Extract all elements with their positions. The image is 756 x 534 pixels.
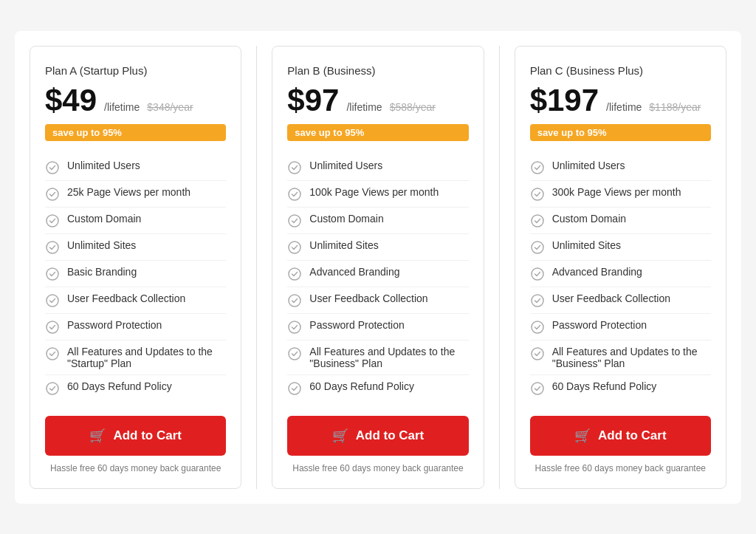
plan-divider [256, 46, 257, 489]
feature-item: All Features and Updates to the "Busines… [530, 340, 711, 375]
check-icon [287, 213, 302, 228]
feature-text: 100k Page Views per month [309, 186, 439, 198]
svg-point-17 [289, 383, 300, 394]
svg-point-1 [47, 188, 58, 200]
feature-item: Custom Domain [45, 208, 226, 234]
check-icon [530, 320, 545, 335]
features-list: Unlimited Users100k Page Views per month… [287, 154, 468, 401]
feature-text: All Features and Updates to the "Startup… [67, 346, 226, 369]
svg-point-18 [532, 162, 543, 174]
price-original: $588/year [390, 101, 436, 113]
price-row: $97/lifetime$588/year [287, 83, 468, 118]
price-lifetime: /lifetime [346, 101, 382, 113]
feature-text: All Features and Updates to the "Busines… [552, 346, 711, 369]
save-badge: save up to 95% [530, 124, 711, 141]
check-icon [45, 267, 60, 281]
svg-point-9 [289, 162, 300, 174]
feature-item: Custom Domain [530, 208, 711, 234]
feature-text: Custom Domain [552, 213, 626, 225]
feature-item: 25k Page Views per month [45, 181, 226, 208]
svg-point-5 [47, 295, 58, 307]
svg-point-10 [289, 188, 300, 200]
price-original: $348/year [147, 101, 193, 113]
check-icon [45, 160, 60, 175]
feature-text: User Feedback Collection [67, 292, 185, 304]
guarantee-text: Hassle free 60 days money back guarantee [530, 463, 711, 473]
feature-text: Unlimited Sites [309, 239, 378, 251]
svg-point-2 [47, 215, 58, 227]
feature-item: Unlimited Sites [530, 234, 711, 261]
price-main: $97 [287, 83, 339, 118]
svg-point-8 [47, 383, 58, 394]
check-icon [530, 240, 545, 255]
check-icon [530, 381, 545, 396]
plan-name: Plan A (Startup Plus) [45, 64, 226, 77]
feature-text: 60 Days Refund Policy [552, 380, 657, 392]
features-list: Unlimited Users25k Page Views per monthC… [45, 154, 226, 401]
add-to-cart-button[interactable]: 🛒Add to Cart [530, 416, 711, 456]
svg-point-20 [532, 215, 543, 227]
plan-name: Plan B (Business) [287, 64, 468, 77]
add-to-cart-button[interactable]: 🛒Add to Cart [45, 416, 226, 456]
svg-point-15 [289, 321, 300, 333]
feature-text: Advanced Branding [309, 266, 399, 278]
feature-item: 100k Page Views per month [287, 181, 468, 208]
price-row: $197/lifetime$1188/year [530, 83, 711, 118]
add-to-cart-button[interactable]: 🛒Add to Cart [287, 416, 468, 456]
check-icon [287, 320, 302, 335]
add-to-cart-label: Add to Cart [113, 428, 182, 443]
plan-name: Plan C (Business Plus) [530, 64, 711, 77]
feature-text: Unlimited Users [309, 160, 382, 171]
feature-text: 25k Page Views per month [67, 186, 190, 198]
cart-icon: 🛒 [332, 428, 348, 444]
svg-point-14 [289, 295, 300, 307]
svg-point-7 [47, 348, 58, 360]
feature-text: User Feedback Collection [552, 292, 670, 304]
check-icon [45, 240, 60, 255]
feature-item: Custom Domain [287, 208, 468, 234]
feature-text: Custom Domain [67, 213, 141, 225]
pricing-container: Plan A (Startup Plus)$49/lifetime$348/ye… [15, 31, 741, 504]
check-icon [45, 320, 60, 335]
feature-item: User Feedback Collection [45, 287, 226, 314]
cart-icon: 🛒 [574, 428, 591, 444]
price-main: $197 [530, 83, 599, 118]
feature-text: Unlimited Sites [67, 239, 136, 251]
feature-item: Unlimited Sites [287, 234, 468, 261]
feature-text: Custom Domain [309, 213, 383, 225]
svg-point-13 [289, 268, 300, 280]
feature-item: Unlimited Users [530, 154, 711, 181]
price-original: $1188/year [649, 101, 701, 113]
feature-item: All Features and Updates to the "Startup… [45, 340, 226, 375]
check-icon [45, 346, 60, 361]
price-main: $49 [45, 83, 97, 118]
feature-text: User Feedback Collection [309, 292, 427, 304]
plan-card-plan-c: Plan C (Business Plus)$197/lifetime$1188… [515, 46, 726, 489]
add-to-cart-label: Add to Cart [598, 428, 667, 443]
svg-point-26 [532, 383, 543, 394]
feature-item: Basic Branding [45, 261, 226, 287]
feature-item: 60 Days Refund Policy [287, 375, 468, 401]
svg-point-22 [532, 268, 543, 280]
svg-point-4 [47, 268, 58, 280]
check-icon [45, 187, 60, 202]
svg-point-6 [47, 321, 58, 333]
save-badge: save up to 95% [287, 124, 468, 141]
plan-card-plan-a: Plan A (Startup Plus)$49/lifetime$348/ye… [30, 46, 241, 489]
plan-divider [499, 46, 500, 489]
plan-card-plan-b: Plan B (Business)$97/lifetime$588/yearsa… [272, 46, 484, 489]
check-icon [287, 346, 302, 361]
feature-item: Advanced Branding [287, 261, 468, 287]
check-icon [287, 187, 302, 202]
features-list: Unlimited Users300k Page Views per month… [530, 154, 711, 401]
svg-point-0 [47, 162, 58, 174]
price-lifetime: /lifetime [104, 101, 140, 113]
check-icon [287, 381, 302, 396]
check-icon [287, 240, 302, 255]
feature-item: Password Protection [530, 314, 711, 340]
feature-text: Unlimited Users [67, 160, 140, 171]
check-icon [287, 160, 302, 175]
feature-text: Basic Branding [67, 266, 137, 278]
check-icon [287, 293, 302, 308]
svg-point-24 [532, 321, 543, 333]
